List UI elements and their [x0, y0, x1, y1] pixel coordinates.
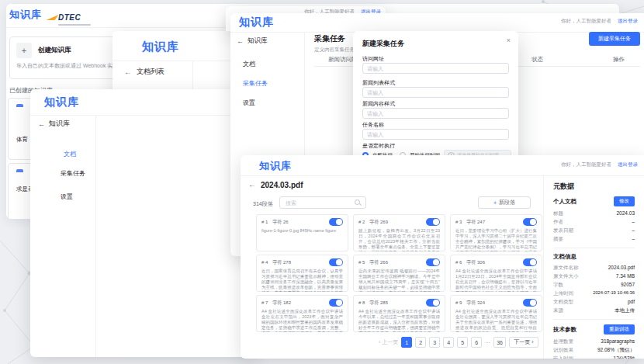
- app-title: 知识库: [44, 95, 79, 109]
- add-paragraph-button[interactable]: + 新段落: [478, 196, 531, 209]
- close-icon[interactable]: ×: [507, 37, 511, 44]
- user-greeting: 你好，人工智能爱好者: [561, 18, 611, 25]
- doc-info-label: 文档信息: [553, 253, 576, 261]
- plus-icon: +: [493, 200, 497, 206]
- logo-swoosh-icon: [47, 15, 59, 20]
- new-task-button[interactable]: 新建采集任务: [589, 32, 640, 46]
- back-arrow-icon[interactable]: ←: [237, 37, 244, 45]
- paragraph-card[interactable]: # 8字符 285 A4 金社论述全面深化改革工作会议中讲话 今年以来，总结过去…: [353, 295, 445, 332]
- edit-metadata-button[interactable]: 修改: [614, 196, 635, 206]
- logo-subline: [58, 24, 91, 26]
- paragraph-card[interactable]: # 9字符 324 A4 金社论述全面深化改革工作会议中讲话 金社论强调，要深入…: [450, 295, 542, 332]
- sidebar-item-settings[interactable]: 设置: [243, 99, 255, 107]
- paragraph-toggle[interactable]: [523, 258, 537, 266]
- back-arrow-icon[interactable]: ←: [124, 68, 132, 76]
- field-input-content-style[interactable]: [362, 108, 509, 119]
- paragraph-char-count: 字符 324: [466, 300, 485, 307]
- paragraph-text: 迈向未来的宏伟蓝图 砥砺前行——2024年全国两会工作会议精神学习解读。今年是中…: [358, 269, 440, 292]
- pagination-page-4[interactable]: 4: [443, 337, 454, 348]
- paragraph-card[interactable]: # 6字符 306 A4 金社论述全面深化改革工作会议中讲话 1月22日至23日…: [450, 255, 542, 292]
- paragraph-index: # 9: [455, 300, 462, 305]
- paragraph-card[interactable]: # 2字符 269 踏上新征程，奋楫再出发。3月22日至23日，2024年全国两…: [353, 214, 445, 251]
- paragraph-card[interactable]: # 7字符 182 A4 金社论述全面深化改革工作会议中讲话 金社论在文中指出，…: [256, 295, 348, 332]
- paragraph-toggle[interactable]: [426, 299, 440, 307]
- paragraph-toggle[interactable]: [426, 218, 440, 226]
- logout-link[interactable]: 退出登录: [618, 18, 638, 25]
- paragraph-text: 近日，国家体育总局召开有关会议，认真学习贯彻习近平总书记重要批示精神，推动党的建…: [261, 269, 343, 292]
- paragraph-card[interactable]: # 3字符 247 近日，党委理论学习中心组（扩大）进行集中学习，深入学习贯彻二…: [450, 214, 542, 251]
- paragraph-char-count: 字符 269: [369, 219, 388, 226]
- document-title: 2024.03.pdf: [261, 181, 303, 189]
- pagination-prev[interactable]: ‹ 上一页: [379, 338, 398, 346]
- search-input[interactable]: [284, 199, 351, 206]
- back-arrow-icon[interactable]: ←: [248, 180, 256, 189]
- create-kb-title: 创建知识库: [38, 46, 71, 55]
- back-doc-list[interactable]: ← 文档列表: [124, 67, 164, 77]
- pagination-page-1[interactable]: 1: [401, 337, 412, 348]
- logout-link[interactable]: 退出登录: [618, 161, 638, 168]
- paragraph-text: A4 金社论述全面深化改革工作会议中讲话 今年以来，总结过去一年党和国家事业取得…: [358, 309, 440, 332]
- window-kb-detail: 知识库 ← 知识库 文档 采集任务 设置: [30, 89, 255, 357]
- screen: 知识库 DTEC + 创建知识库 导入自己的文本数据或通过 Webhook 实时…: [0, 0, 644, 364]
- paragraph-toggle[interactable]: [426, 258, 440, 266]
- paragraph-text: A4 金社论述全面深化改革工作会议中讲话 金社论在文中指出，2023年，面对复杂…: [261, 309, 343, 332]
- paragraph-char-count: 字符 266: [369, 259, 388, 266]
- meta-label: 文档类型: [553, 297, 573, 306]
- back-kb[interactable]: ← 知识库: [38, 119, 70, 129]
- paragraph-card[interactable]: # 1字符 26 figure-1-figure-0.jpg 845Hc nam…: [256, 214, 348, 251]
- paragraph-toggle[interactable]: [329, 299, 343, 307]
- sidebar-item-collect-tasks[interactable]: 采集任务: [243, 79, 268, 88]
- meta-label: 原文件名称: [553, 263, 579, 272]
- field-input-task-name[interactable]: [362, 129, 509, 140]
- field-input-list-style[interactable]: [362, 87, 509, 98]
- paragraph-text: figure-1-figure-0.jpg 845Hc name figure: [261, 228, 343, 251]
- field-label-task-name: 任务名称: [362, 121, 384, 129]
- paragraph-char-count: 字符 26: [272, 219, 288, 226]
- meta-value: 本地上传: [615, 306, 635, 314]
- sidebar-item-collect-tasks[interactable]: 采集任务: [61, 169, 85, 178]
- meta-value: 2024-07-19 10:46:36: [593, 289, 635, 297]
- back-arrow-icon[interactable]: ←: [38, 120, 45, 128]
- paragraph-toggle[interactable]: [329, 258, 343, 266]
- pagination-next[interactable]: 下一页 ›: [509, 337, 538, 348]
- meta-label: 嵌入时间: [553, 354, 573, 359]
- metadata-panel: 元数据 个人文档 修改 标题2024.03 作者– 发表日期– 摘要– 文档信息…: [544, 175, 644, 359]
- meta-value: 2024.03.pdf: [608, 263, 635, 272]
- paragraph-toggle[interactable]: [523, 299, 537, 307]
- back-kb[interactable]: ← 知识库: [237, 36, 268, 46]
- divider: [553, 319, 635, 320]
- paragraph-text: 踏上新征程，奋楫再出发。3月22日至23日，2024年全国两会工作会议在北京召开…: [358, 228, 440, 251]
- pagination-page-2[interactable]: 2: [415, 337, 426, 348]
- user-greeting: 你好，人工智能爱好者: [561, 161, 611, 168]
- modal-title: 新建采集任务: [362, 39, 404, 49]
- sidebar-item-documents[interactable]: 文档: [64, 150, 76, 158]
- pagination-page-5[interactable]: 5: [457, 337, 468, 348]
- meta-value: 7.34 MB: [616, 272, 635, 280]
- pagination-page-3[interactable]: 3: [429, 337, 440, 348]
- field-input-url[interactable]: [362, 63, 509, 74]
- field-label-content-style: 新闻内容样式: [362, 100, 395, 108]
- retrain-button[interactable]: 重新训练: [604, 324, 635, 335]
- paragraph-index: # 5: [358, 260, 365, 265]
- logo-text: DTEC: [58, 13, 81, 22]
- sidebar-item-settings[interactable]: 设置: [61, 192, 73, 201]
- page-title: 采集任务: [314, 33, 345, 44]
- kb-back-label: 知识库: [49, 119, 70, 129]
- meta-label: 来源: [553, 306, 563, 314]
- sidebar-item-documents[interactable]: 文档: [243, 60, 255, 68]
- app-title: 知识库: [142, 40, 179, 54]
- meta-label: 作者: [553, 217, 563, 226]
- paragraph-index: # 1: [261, 220, 268, 224]
- paragraph-toggle[interactable]: [329, 218, 343, 226]
- search-box[interactable]: [279, 196, 366, 209]
- paragraph-card[interactable]: # 5字符 266 迈向未来的宏伟蓝图 砥砺前行——2024年全国两会工作会议精…: [353, 255, 445, 292]
- meta-value: 92057: [621, 280, 635, 289]
- add-paragraph-label: 新段落: [499, 199, 515, 206]
- paragraph-toggle[interactable]: [523, 218, 537, 226]
- pagination-page-6[interactable]: 6: [471, 337, 482, 348]
- meta-label: 发表日期: [553, 226, 573, 234]
- paragraph-card[interactable]: # 4字符 278 近日，国家体育总局召开有关会议，认真学习贯彻习近平总书记重要…: [256, 255, 348, 292]
- paragraph-index: # 4: [261, 260, 268, 265]
- meta-value: –: [632, 226, 635, 234]
- pagination-page-36[interactable]: 36: [493, 337, 506, 348]
